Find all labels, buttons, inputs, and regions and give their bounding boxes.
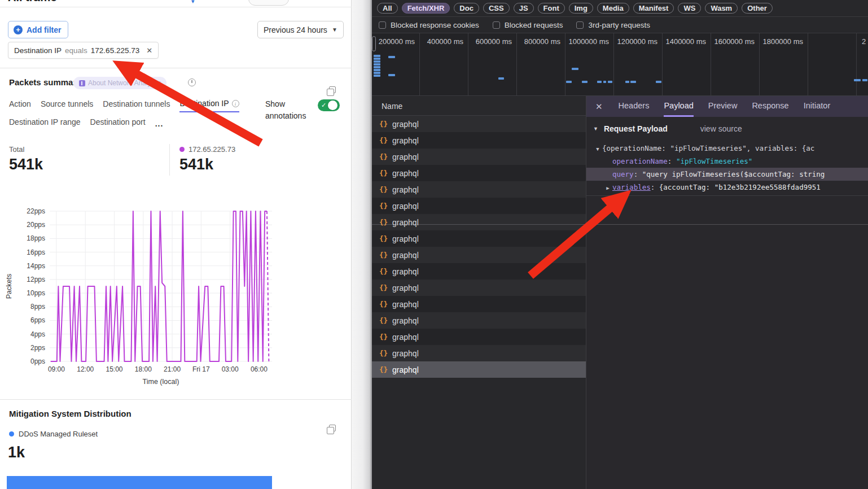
svg-text:6pps: 6pps [30,316,45,324]
show-annotations-toggle[interactable]: ✓ [318,99,340,111]
tab-initiator[interactable]: Initiator [804,96,831,117]
filter-chip-manifest[interactable]: Manifest [633,3,674,14]
timeline-label: 600000 ms [470,37,512,46]
payload-line[interactable]: query: "query ipFlowTimeseries($accountT… [586,168,868,181]
filter-chip-wasm[interactable]: Wasm [705,3,738,14]
tab-payload[interactable]: Payload [664,96,693,117]
json-file-icon: {} [379,234,388,243]
payload-line[interactable]: operationName: "ipFlowTimeseries" [586,155,868,168]
timeline-label: 800000 ms [519,37,560,46]
toggle-knob [328,101,337,110]
json-file-icon: {} [379,300,388,308]
request-row[interactable]: {}graphql [372,165,586,181]
page-title: All traffic [8,0,57,4]
request-name: graphql [392,365,419,374]
copy-panel-icon[interactable] [329,425,336,431]
filter-chip-other[interactable]: Other [742,3,773,14]
checkbox-blocked-response-cookies[interactable]: Blocked response cookies [379,21,479,29]
waterfall-mark [630,81,636,83]
time-range-select[interactable]: Previous 24 hours ▼ [257,21,344,38]
add-filter-button[interactable]: + Add filter [8,21,68,38]
filter-chip-font[interactable]: Font [538,3,565,14]
svg-text:Fri 17: Fri 17 [192,365,210,373]
history-clock-icon[interactable] [188,78,196,86]
request-row[interactable]: {}graphql [372,247,586,263]
tab-source-tunnels[interactable]: Source tunnels [41,99,93,112]
timeline-gridline [808,33,808,96]
waterfall-mark [374,72,380,74]
waterfall-mark [566,81,572,83]
close-icon[interactable]: ✕ [595,102,603,112]
request-row[interactable]: {}graphql [372,230,586,247]
tab-preview[interactable]: Preview [708,96,738,117]
payload-token: : [668,157,676,165]
tabs-overflow-button[interactable]: ... [155,119,164,128]
filter-chip-ws[interactable]: WS [678,3,701,14]
request-row[interactable]: {}graphql [372,214,586,230]
triangle-icon[interactable]: ▶ [603,182,612,194]
filter-value: 172.65.225.73 [91,46,139,55]
tab-action[interactable]: Action [9,99,31,112]
request-name: graphql [392,169,419,178]
payload-divider [586,195,868,196]
clipped-header-button[interactable] [248,0,289,6]
json-file-icon: {} [379,316,388,325]
json-file-icon: {} [379,185,388,194]
request-row[interactable]: {}graphql [372,198,586,214]
packets-tabs-row1: ActionSource tunnelsDestination tunnelsD… [9,99,239,112]
about-network-analytics-badge[interactable]: About Network Analytics [73,77,166,89]
request-row[interactable]: {}graphql [372,181,586,198]
remove-filter-icon[interactable]: ✕ [146,46,152,55]
view-source-link[interactable]: view source [700,124,742,133]
request-name: graphql [392,120,419,129]
triangle-down-icon[interactable]: ▼ [593,126,598,132]
payload-line[interactable]: ▶variables: {accountTag: "b12e3b2192ee55… [586,181,868,194]
request-row[interactable]: {}graphql [372,312,586,329]
filter-chip-doc[interactable]: Doc [454,3,479,14]
request-row[interactable]: {}graphql [372,116,586,132]
copy-panel-icon[interactable] [329,86,336,93]
active-filter-chip[interactable]: Destination IP equals 172.65.225.73 ✕ [8,42,159,59]
tab-response[interactable]: Response [752,96,788,117]
checkbox-blocked-requests[interactable]: Blocked requests [493,21,563,29]
request-row[interactable]: {}graphql [372,345,586,361]
svg-text:18pps: 18pps [27,234,45,242]
timeline-gridline [662,33,663,96]
filter-chip-all[interactable]: All [377,3,398,14]
tab-destination-ip-range[interactable]: Destination IP range [9,117,81,130]
request-row[interactable]: {}graphql [372,280,586,296]
tab-destination-tunnels[interactable]: Destination tunnels [103,99,170,112]
request-row[interactable]: {}graphql [372,149,586,165]
filter-chip-media[interactable]: Media [597,3,629,14]
timeline-gridline [468,33,468,96]
tab-destination-port[interactable]: Destination port [90,117,146,130]
timeline-gridline [419,33,420,96]
checkbox-3rd-party-requests[interactable]: 3rd-party requests [576,21,650,29]
triangle-icon[interactable]: ▼ [593,143,602,155]
request-row[interactable]: {}graphql [372,132,586,149]
svg-text:0pps: 0pps [30,357,45,365]
filter-chip-fetch-xhr[interactable]: Fetch/XHR [402,3,450,14]
filter-chip-js[interactable]: JS [514,3,534,14]
request-row[interactable]: {}graphql [372,329,586,345]
timeline-gridline [613,33,614,96]
svg-text:12pps: 12pps [27,276,45,283]
payload-line[interactable]: ▼{operationName: "ipFlowTimeseries", var… [586,142,868,155]
network-overview-timeline[interactable]: 200000 ms400000 ms600000 ms800000 ms1000… [372,33,868,96]
waterfall-mark [854,79,861,81]
request-row[interactable]: {}graphql [372,263,586,280]
request-row[interactable]: {}graphql [372,361,586,378]
analytics-panel: All traffic ▾ + Add filter Previous 24 h… [0,0,352,489]
name-column-header[interactable]: Name [372,97,586,116]
svg-text:21:00: 21:00 [164,365,181,373]
filter-chip-img[interactable]: Img [569,3,593,14]
mitigation-legend: DDoS Managed Ruleset [9,430,98,438]
request-name: graphql [392,185,419,194]
stat-divider [169,144,170,176]
mitigation-bar [7,476,272,489]
request-row[interactable]: {}graphql [372,296,586,312]
waterfall-mark [625,81,629,83]
filter-chip-css[interactable]: CSS [483,3,510,14]
tab-destination-ip[interactable]: Destination IPi [179,99,239,112]
tab-headers[interactable]: Headers [619,96,650,117]
